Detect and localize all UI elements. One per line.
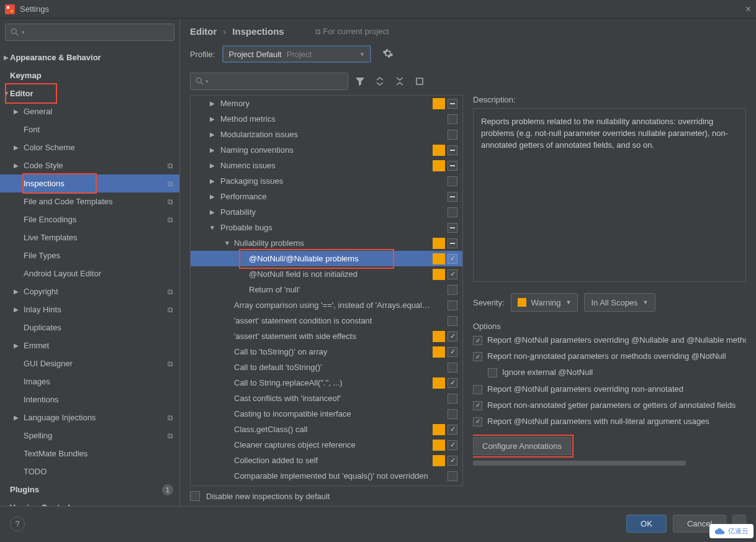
inspection-row[interactable]: ▼Probable bugs (191, 220, 462, 235)
expand-all-button[interactable] (372, 73, 388, 89)
sidebar-item-plugins[interactable]: Plugins1 (0, 481, 179, 499)
collapse-all-button[interactable] (392, 73, 408, 89)
sidebar-item-inlay-hints[interactable]: ▶Inlay Hints⧉ (0, 300, 179, 318)
disable-new-checkbox[interactable] (190, 491, 200, 501)
inspection-checkbox[interactable] (448, 192, 457, 202)
sidebar-item-textmate-bundles[interactable]: TextMate Bundles (0, 445, 179, 463)
inspection-checkbox[interactable] (448, 300, 457, 310)
inspection-row[interactable]: Cast conflicts with 'instanceof' (191, 391, 462, 406)
breadcrumb-editor[interactable]: Editor (190, 26, 217, 37)
inspection-checkbox[interactable] (448, 130, 457, 140)
inspection-checkbox[interactable] (448, 471, 457, 481)
inspection-row[interactable]: ▶Method metrics (191, 111, 462, 127)
sidebar-item-color-scheme[interactable]: ▶Color Scheme (0, 138, 179, 156)
inspection-checkbox[interactable] (448, 456, 457, 466)
inspection-checkbox[interactable] (448, 254, 457, 264)
option-checkbox[interactable] (473, 352, 482, 361)
option-checkbox[interactable] (473, 401, 482, 410)
sidebar-item-android-layout-editor[interactable]: Android Layout Editor (0, 264, 179, 282)
horizontal-scrollbar[interactable] (473, 460, 746, 466)
sidebar-item-copyright[interactable]: ▶Copyright⧉ (0, 282, 179, 300)
sidebar-item-inspections[interactable]: Inspections⧉ (0, 174, 179, 192)
inspection-row[interactable]: ▶Portability (191, 204, 462, 220)
inspection-row[interactable]: @NotNull field is not initialized (191, 266, 462, 282)
inspection-row[interactable]: ▼Nullability problems (191, 235, 462, 251)
sidebar-item-live-templates[interactable]: Live Templates (0, 228, 179, 246)
inspection-checkbox[interactable] (448, 440, 457, 450)
inspection-checkbox[interactable] (448, 114, 457, 124)
inspection-checkbox[interactable] (448, 176, 457, 186)
sidebar-item-code-style[interactable]: ▶Code Style⧉ (0, 156, 179, 174)
inspection-checkbox[interactable] (448, 378, 457, 388)
sidebar-item-editor[interactable]: ▼Editor (0, 84, 179, 102)
inspection-row[interactable]: @NotNull/@Nullable problems (191, 251, 462, 266)
option-checkbox[interactable] (473, 417, 482, 427)
inspection-row[interactable]: Array comparison using '==', instead of … (191, 297, 462, 313)
inspection-row[interactable]: Return of 'null' (191, 282, 462, 297)
inspection-row[interactable]: ▶Naming conventions (191, 142, 462, 158)
scope-select[interactable]: In All Scopes ▼ (584, 293, 655, 312)
inspection-checkbox[interactable] (448, 316, 457, 326)
inspection-row[interactable]: Call to 'toString()' on array (191, 344, 462, 359)
sidebar-item-file-and-code-templates[interactable]: File and Code Templates⧉ (0, 192, 179, 210)
inspection-row[interactable]: Comparable implemented but 'equals()' no… (191, 468, 462, 484)
inspection-checkbox[interactable] (448, 425, 457, 435)
inspection-row[interactable]: Call to String.replaceAll(".", ...) (191, 375, 462, 391)
sidebar-search-input[interactable]: ▾ (5, 24, 174, 41)
option-checkbox[interactable] (473, 336, 482, 345)
profile-select[interactable]: Project Default Project ▼ (222, 45, 371, 63)
inspection-checkbox[interactable] (448, 161, 457, 171)
inspection-row[interactable]: ▶Packaging issues (191, 173, 462, 189)
sidebar-item-gui-designer[interactable]: GUI Designer⧉ (0, 355, 179, 373)
sidebar-item-version-control[interactable]: ▶Version Control (0, 499, 179, 506)
inspection-checkbox[interactable] (448, 207, 457, 217)
sidebar-item-appearance-behavior[interactable]: ▶Appearance & Behavior (0, 48, 179, 66)
inspection-row[interactable]: Cleaner captures object reference (191, 437, 462, 453)
inspection-row[interactable]: Casting to incompatible interface (191, 406, 462, 422)
sidebar-item-images[interactable]: Images (0, 373, 179, 391)
sidebar-item-keymap[interactable]: Keymap (0, 66, 179, 84)
inspection-search-input[interactable]: ▾ (190, 73, 348, 90)
help-button[interactable]: ? (10, 517, 25, 531)
inspection-checkbox[interactable] (448, 409, 457, 419)
sidebar-item-file-encodings[interactable]: File Encodings⧉ (0, 210, 179, 228)
inspection-row[interactable]: ▶Memory (191, 96, 462, 111)
sidebar-item-language-injections[interactable]: ▶Language Injections⧉ (0, 409, 179, 427)
inspection-checkbox[interactable] (448, 332, 457, 341)
sidebar-item-font[interactable]: Font (0, 120, 179, 138)
inspection-checkbox[interactable] (448, 269, 457, 279)
inspection-checkbox[interactable] (448, 347, 457, 357)
inspection-row[interactable]: 'assert' statement with side effects (191, 328, 462, 344)
inspection-row[interactable]: Collection added to self (191, 453, 462, 468)
sidebar-item-spelling[interactable]: Spelling⧉ (0, 427, 179, 445)
inspection-checkbox[interactable] (448, 363, 457, 373)
inspection-checkbox[interactable] (448, 394, 457, 404)
sidebar-item-general[interactable]: ▶General (0, 102, 179, 120)
filter-button[interactable] (352, 73, 368, 89)
inspection-checkbox[interactable] (448, 285, 457, 295)
inspection-checkbox[interactable] (448, 99, 457, 109)
sidebar-item-emmet[interactable]: ▶Emmet (0, 336, 179, 355)
configure-annotations-button[interactable]: Configure Annotations (473, 437, 571, 455)
sidebar-item-intentions[interactable]: Intentions (0, 391, 179, 409)
option-checkbox[interactable] (473, 385, 482, 394)
gear-icon[interactable] (382, 48, 394, 61)
inspection-row[interactable]: ▶Performance (191, 189, 462, 204)
chevron-icon: ▶ (12, 342, 20, 349)
inspection-checkbox[interactable] (448, 145, 457, 155)
reset-button[interactable] (412, 73, 428, 89)
ok-button[interactable]: OK (626, 515, 667, 533)
inspection-checkbox[interactable] (448, 238, 457, 248)
sidebar-item-todo[interactable]: TODO (0, 463, 179, 481)
inspection-row[interactable]: Call to default 'toString()' (191, 359, 462, 375)
severity-select[interactable]: Warning ▼ (511, 293, 578, 312)
sidebar-item-file-types[interactable]: File Types (0, 246, 179, 264)
inspection-row[interactable]: ▶Modularization issues (191, 127, 462, 142)
inspection-row[interactable]: 'assert' statement condition is constant (191, 313, 462, 328)
sidebar-item-duplicates[interactable]: Duplicates (0, 318, 179, 336)
option-checkbox[interactable] (488, 368, 497, 377)
close-icon[interactable]: × (745, 4, 751, 15)
inspection-row[interactable]: ▶Numeric issues (191, 158, 462, 173)
inspection-row[interactable]: Class.getClass() call (191, 422, 462, 437)
inspection-checkbox[interactable] (448, 223, 457, 233)
